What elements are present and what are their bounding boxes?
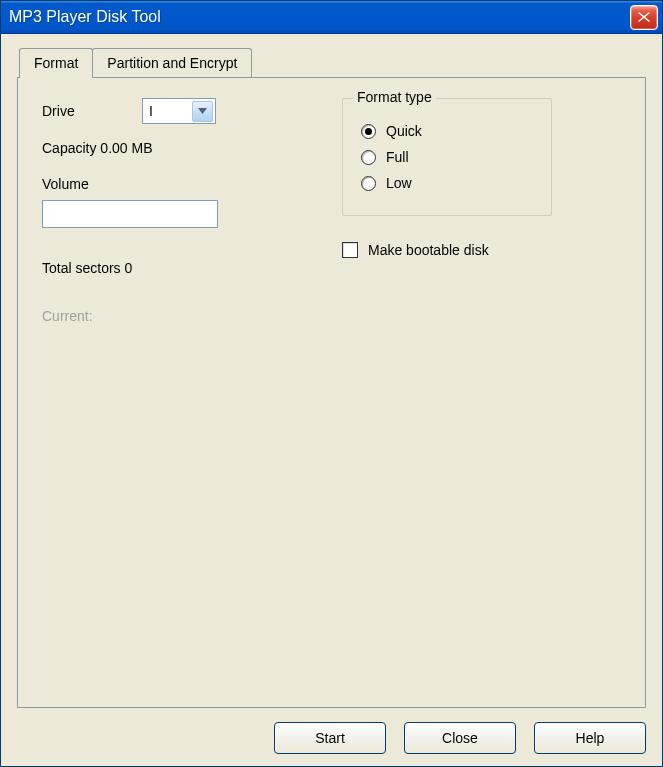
- help-button[interactable]: Help: [534, 722, 646, 754]
- radio-low[interactable]: Low: [361, 175, 533, 191]
- total-sectors-text: Total sectors 0: [42, 260, 342, 276]
- close-window-button[interactable]: [630, 5, 658, 30]
- drive-label: Drive: [42, 103, 142, 119]
- volume-section: Volume: [42, 176, 342, 228]
- bootable-checkbox-row[interactable]: Make bootable disk: [342, 242, 621, 258]
- radio-quick-label: Quick: [386, 123, 422, 139]
- radio-full-label: Full: [386, 149, 409, 165]
- format-type-group: Format type Quick Full Low: [342, 98, 552, 216]
- radio-icon: [361, 176, 376, 191]
- chevron-down-icon: [198, 108, 207, 114]
- radio-quick[interactable]: Quick: [361, 123, 533, 139]
- current-label: Current:: [42, 308, 342, 324]
- tabs-container: Format Partition and Encrypt Drive I: [17, 48, 646, 708]
- start-button[interactable]: Start: [274, 722, 386, 754]
- close-button[interactable]: Close: [404, 722, 516, 754]
- left-column: Drive I Capacity 0.00 MB Volume: [42, 98, 342, 324]
- titlebar: MP3 Player Disk Tool: [1, 1, 662, 34]
- radio-full[interactable]: Full: [361, 149, 533, 165]
- radio-low-label: Low: [386, 175, 412, 191]
- capacity-text: Capacity 0.00 MB: [42, 140, 342, 156]
- close-icon: [637, 11, 651, 23]
- client-area: Format Partition and Encrypt Drive I: [1, 34, 662, 766]
- app-window: MP3 Player Disk Tool Format Partition an…: [0, 0, 663, 767]
- drive-value: I: [143, 103, 192, 119]
- volume-input[interactable]: [42, 200, 218, 228]
- tab-panel-format: Drive I Capacity 0.00 MB Volume: [17, 77, 646, 708]
- format-type-legend: Format type: [353, 89, 436, 105]
- drive-select[interactable]: I: [142, 98, 216, 124]
- drive-dropdown-button[interactable]: [192, 101, 213, 122]
- window-title: MP3 Player Disk Tool: [9, 8, 630, 26]
- button-row: Start Close Help: [17, 708, 646, 754]
- tab-format[interactable]: Format: [19, 48, 93, 78]
- right-column: Format type Quick Full Low: [342, 98, 621, 258]
- checkbox-icon: [342, 242, 358, 258]
- radio-icon: [361, 150, 376, 165]
- tab-row: Format Partition and Encrypt: [19, 48, 646, 77]
- bootable-label: Make bootable disk: [368, 242, 489, 258]
- radio-icon: [361, 124, 376, 139]
- tab-partition-encrypt[interactable]: Partition and Encrypt: [92, 48, 252, 77]
- volume-label: Volume: [42, 176, 342, 192]
